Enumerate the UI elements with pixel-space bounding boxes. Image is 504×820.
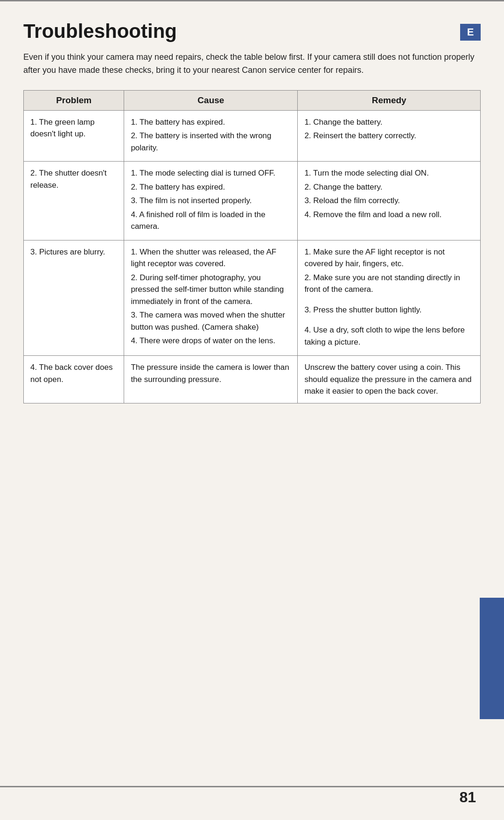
problem-cell-1: 1. The green lamp doesn't light up. bbox=[24, 110, 124, 162]
page: Troubleshooting E Even if you think your… bbox=[0, 0, 504, 820]
remedy-cell-1: 1. Change the battery.2. Reinsert the ba… bbox=[298, 110, 481, 162]
cause-cell-4: The pressure inside the camera is lower … bbox=[124, 356, 298, 403]
table-row: 1. The green lamp doesn't light up.1. Th… bbox=[24, 110, 481, 162]
remedy-item: 1. Change the battery. bbox=[304, 116, 474, 128]
intro-paragraph: Even if you think your camera may need r… bbox=[23, 51, 481, 77]
cause-item: 1. The battery has expired. bbox=[131, 116, 291, 128]
col-header-cause: Cause bbox=[124, 90, 298, 110]
remedy-cell-3: 1. Make sure the AF light receptor is no… bbox=[298, 240, 481, 356]
table-row: 3. Pictures are blurry.1. When the shutt… bbox=[24, 240, 481, 356]
blue-sidebar bbox=[480, 598, 504, 719]
remedy-item: 2. Change the battery. bbox=[304, 181, 474, 193]
bottom-divider bbox=[0, 786, 504, 787]
remedy-item: 2. Make sure you are not standing direct… bbox=[304, 272, 474, 296]
remedy-item: 1. Turn the mode selecting dial ON. bbox=[304, 167, 474, 179]
col-header-remedy: Remedy bbox=[298, 90, 481, 110]
remedy-item: 1. Make sure the AF light receptor is no… bbox=[304, 246, 474, 270]
header-row: Troubleshooting E bbox=[23, 20, 481, 42]
problem-cell-4: 4. The back cover does not open. bbox=[24, 356, 124, 403]
remedy-item: 3. Reload the film correctly. bbox=[304, 195, 474, 207]
cause-item: 3. The film is not inserted properly. bbox=[131, 195, 291, 207]
remedy-cell-2: 1. Turn the mode selecting dial ON.2. Ch… bbox=[298, 162, 481, 240]
remedy-item: Unscrew the battery cover using a coin. … bbox=[304, 363, 471, 396]
section-badge: E bbox=[460, 24, 481, 41]
cause-item: The pressure inside the camera is lower … bbox=[131, 361, 291, 385]
cause-item: 1. When the shutter was released, the AF… bbox=[131, 246, 291, 270]
page-title: Troubleshooting bbox=[23, 20, 177, 42]
page-number: 81 bbox=[459, 789, 476, 806]
cause-item: 4. There were drops of water on the lens… bbox=[131, 335, 291, 347]
cause-item: 2. The battery is inserted with the wron… bbox=[131, 130, 291, 154]
cause-cell-2: 1. The mode selecting dial is turned OFF… bbox=[124, 162, 298, 240]
cause-item: 2. During self-timer photography, you pr… bbox=[131, 272, 291, 308]
cause-item: 2. The battery has expired. bbox=[131, 181, 291, 193]
remedy-item: 4. Remove the film and load a new roll. bbox=[304, 209, 474, 221]
problem-cell-3: 3. Pictures are blurry. bbox=[24, 240, 124, 356]
remedy-item: 3. Press the shutter button lightly. bbox=[304, 304, 474, 316]
cause-item: 4. A finished roll of film is loaded in … bbox=[131, 209, 291, 233]
cause-item: 1. The mode selecting dial is turned OFF… bbox=[131, 167, 291, 179]
col-header-problem: Problem bbox=[24, 90, 124, 110]
cause-cell-1: 1. The battery has expired.2. The batter… bbox=[124, 110, 298, 162]
remedy-item: 2. Reinsert the battery correctly. bbox=[304, 130, 474, 142]
remedy-cell-4: Unscrew the battery cover using a coin. … bbox=[298, 356, 481, 403]
troubleshoot-table: Problem Cause Remedy 1. The green lamp d… bbox=[23, 90, 481, 403]
remedy-item: 4. Use a dry, soft cloth to wipe the len… bbox=[304, 324, 474, 348]
cause-item: 3. The camera was moved when the shutter… bbox=[131, 309, 291, 333]
problem-cell-2: 2. The shutter doesn't release. bbox=[24, 162, 124, 240]
table-row: 4. The back cover does not open.The pres… bbox=[24, 356, 481, 403]
table-row: 2. The shutter doesn't release.1. The mo… bbox=[24, 162, 481, 240]
cause-cell-3: 1. When the shutter was released, the AF… bbox=[124, 240, 298, 356]
